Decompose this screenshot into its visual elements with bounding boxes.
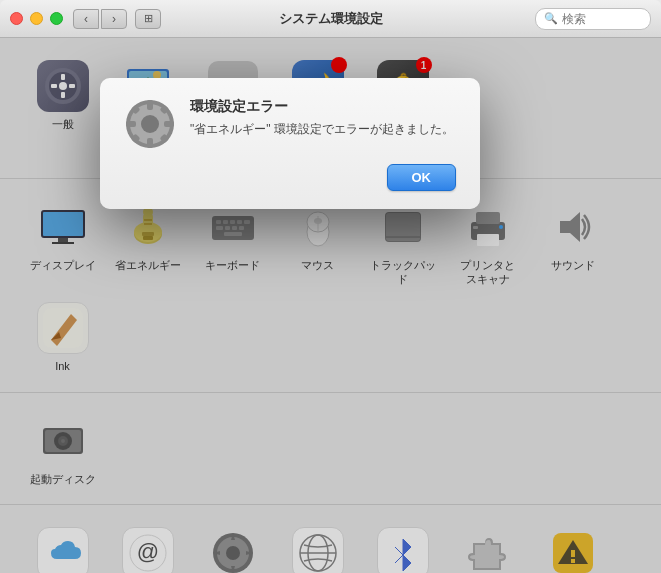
main-content: 一般 デスクトップとスクリー... [0, 38, 661, 573]
nav-buttons: ‹ › [73, 9, 127, 29]
dialog-footer: OK [124, 164, 456, 191]
maximize-button[interactable] [50, 12, 63, 25]
search-icon: 🔍 [544, 12, 558, 25]
dialog-message: "省エネルギー" 環境設定でエラーが起きました。 [190, 120, 456, 138]
window-title: システム環境設定 [279, 10, 383, 28]
traffic-lights [10, 12, 63, 25]
svg-rect-97 [147, 138, 153, 148]
dialog-text-area: 環境設定エラー "省エネルギー" 環境設定でエラーが起きました。 [190, 98, 456, 138]
svg-rect-98 [126, 121, 136, 127]
svg-point-104 [141, 115, 159, 133]
back-button[interactable]: ‹ [73, 9, 99, 29]
search-box[interactable]: 🔍 [535, 8, 651, 30]
dialog-header: 環境設定エラー "省エネルギー" 環境設定でエラーが起きました。 [124, 98, 456, 150]
dialog-title: 環境設定エラー [190, 98, 456, 116]
svg-rect-99 [164, 121, 174, 127]
dialog-ok-button[interactable]: OK [387, 164, 457, 191]
minimize-button[interactable] [30, 12, 43, 25]
dialog-overlay: 環境設定エラー "省エネルギー" 環境設定でエラーが起きました。 OK [0, 38, 661, 573]
grid-view-button[interactable]: ⊞ [135, 9, 161, 29]
error-dialog: 環境設定エラー "省エネルギー" 環境設定でエラーが起きました。 OK [100, 78, 480, 209]
svg-rect-96 [147, 100, 153, 110]
dialog-icon [124, 98, 176, 150]
title-bar: ‹ › ⊞ システム環境設定 🔍 [0, 0, 661, 38]
search-input[interactable] [562, 12, 642, 26]
forward-button[interactable]: › [101, 9, 127, 29]
close-button[interactable] [10, 12, 23, 25]
